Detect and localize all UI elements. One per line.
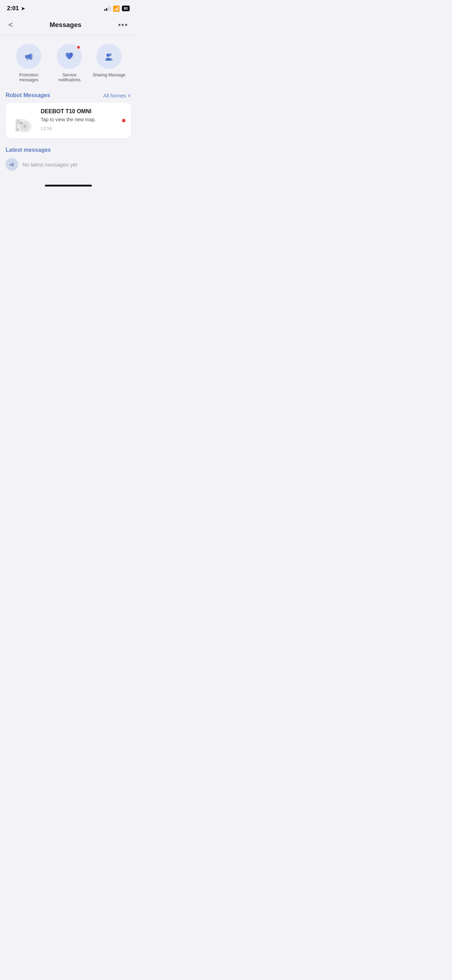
main-content: Promotion messages Service notifications	[0, 35, 137, 171]
svg-rect-13	[10, 164, 11, 165]
heart-icon	[64, 51, 75, 62]
robot-messages-section: Robot Messages All homes ∨	[6, 92, 131, 138]
nav-bar: < Messages •••	[0, 15, 137, 35]
svg-point-8	[23, 125, 25, 127]
status-icons: 📶 80	[104, 5, 130, 12]
megaphone-icon	[23, 51, 35, 62]
robot-vacuum-icon	[12, 109, 35, 132]
no-messages-icon-wrapper	[6, 158, 18, 171]
promotion-messages-button[interactable]: Promotion messages	[11, 44, 46, 83]
robot-message-content: DEEBOT T10 OMNI Tap to view the new map.…	[41, 108, 126, 131]
signal-bars-icon	[104, 6, 111, 11]
more-options-button[interactable]: •••	[117, 19, 130, 31]
back-button[interactable]: <	[7, 19, 14, 31]
sharing-icon-wrapper	[96, 44, 122, 69]
no-messages-row: No latest messages yet	[6, 158, 131, 171]
robot-message-card[interactable]: DEEBOT T10 OMNI Tap to view the new map.…	[6, 103, 131, 138]
all-homes-filter[interactable]: All homes ∨	[103, 92, 131, 99]
page-title: Messages	[49, 21, 81, 29]
promotion-label: Promotion messages	[11, 73, 46, 83]
latest-messages-section: Latest messages No latest messages yet	[6, 147, 131, 171]
robot-message-title: DEEBOT T10 OMNI	[41, 108, 126, 115]
location-arrow-icon: ➤	[21, 6, 25, 11]
svg-point-2	[107, 54, 110, 57]
robot-messages-title: Robot Messages	[6, 92, 50, 99]
status-bar: 2:01 ➤ 📶 80	[0, 0, 137, 15]
robot-message-time: 13:59	[41, 126, 126, 131]
time-label: 2:01	[7, 5, 19, 12]
wifi-icon: 📶	[113, 5, 120, 12]
robot-image	[11, 108, 36, 133]
service-icon-wrapper	[57, 44, 82, 69]
robot-message-body: Tap to view the new map.	[41, 117, 126, 123]
svg-point-10	[21, 122, 23, 124]
sharing-message-button[interactable]: Sharing Message	[93, 44, 126, 78]
latest-messages-title: Latest messages	[6, 147, 131, 153]
people-icon	[103, 51, 115, 62]
home-indicator	[45, 185, 92, 186]
battery-icon: 80	[122, 6, 130, 11]
message-types-section: Promotion messages Service notifications	[6, 44, 131, 83]
speaker-icon	[8, 161, 16, 168]
service-notifications-button[interactable]: Service notifications	[52, 44, 87, 83]
service-label: Service notifications	[52, 73, 87, 83]
robot-messages-header: Robot Messages All homes ∨	[6, 92, 131, 99]
promotion-icon-wrapper	[16, 44, 41, 69]
all-homes-label: All homes	[103, 92, 126, 99]
unread-dot	[122, 119, 126, 123]
chevron-down-icon: ∨	[127, 93, 131, 98]
battery-level: 80	[124, 6, 128, 11]
sharing-label: Sharing Message	[93, 73, 126, 78]
notification-dot	[76, 45, 81, 49]
svg-rect-0	[25, 56, 27, 59]
no-messages-text: No latest messages yet	[22, 162, 77, 167]
status-time: 2:01 ➤	[7, 5, 25, 12]
